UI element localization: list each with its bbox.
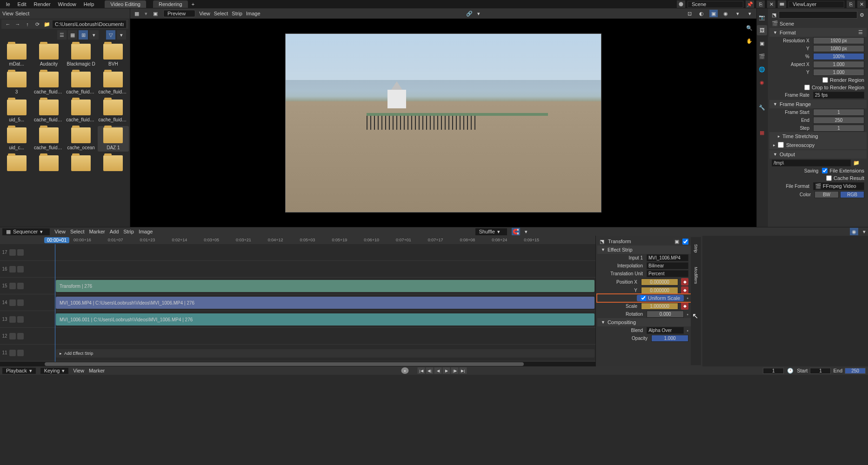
delete-icon[interactable]: ✕ (767, 0, 775, 8)
posy-value[interactable]: 0.000000 (641, 287, 678, 294)
tab-world-icon[interactable]: 🌐 (757, 64, 767, 74)
output-section-header[interactable]: ▼Output (769, 150, 867, 159)
transunit-value[interactable]: Percent (647, 270, 688, 277)
folder-item[interactable]: uid_5... (1, 98, 32, 124)
view-thumb-small-icon[interactable]: ▦ (68, 30, 77, 40)
path-input[interactable] (53, 20, 126, 28)
cache-check[interactable] (826, 175, 832, 181)
blend-value[interactable]: Alpha Over (647, 327, 684, 334)
keying-dropdown[interactable]: Keying ▾ (40, 368, 69, 374)
video-strip[interactable]: MVI_1006.MP4 | C:\Users\Loobrush\Videos\… (56, 297, 594, 309)
bottom-marker-menu[interactable]: Marker (89, 368, 105, 373)
framestart-value[interactable]: 1 (813, 109, 864, 116)
scene-icon[interactable] (677, 0, 685, 8)
nav-up-icon[interactable]: ↑ (23, 20, 32, 28)
preview-strip-menu[interactable]: Strip (232, 11, 242, 16)
track-mute-icon[interactable] (9, 283, 16, 289)
folder-item[interactable]: cache_fluid_2... (66, 98, 97, 124)
fb-select-menu[interactable]: Select (15, 11, 30, 16)
posy-keyframe-button[interactable] (681, 286, 688, 294)
seq-select-menu[interactable]: Select (70, 229, 85, 234)
clock-icon[interactable]: 🕐 (786, 367, 795, 374)
sequencer-type-dropdown[interactable]: ▦ Sequencer ▾ (2, 228, 50, 235)
track-lock-icon[interactable] (17, 316, 24, 323)
viewlayer-delete-icon[interactable]: ✕ (857, 0, 866, 8)
res-x-value[interactable]: 1920 px (813, 37, 864, 44)
viewlayer-icon[interactable] (778, 0, 786, 8)
preview-view-menu[interactable]: View (199, 11, 210, 16)
display-icon[interactable]: ▣ (709, 10, 718, 17)
timestretch-header[interactable]: ▸Time Stretching (769, 132, 867, 140)
browse-folder-icon[interactable]: 📁 (852, 159, 861, 166)
track-mute-icon[interactable] (9, 350, 16, 356)
folder-item[interactable]: Audacity (33, 42, 64, 68)
res-y-value[interactable]: 1080 px (813, 45, 864, 52)
seq-add-menu[interactable]: Add (110, 229, 119, 234)
folder-item[interactable]: cache_fluid_3... (33, 70, 64, 96)
effect-strip-header[interactable]: ▼Effect Strip (597, 246, 691, 254)
menu-render[interactable]: Render (30, 0, 54, 8)
folder-item[interactable]: Blackmagic D (66, 42, 97, 68)
tab-object-icon[interactable]: ◉ (757, 77, 767, 87)
folder-item[interactable]: cache_fluid_a... (98, 98, 129, 124)
modifiers-tab[interactable]: Modifiers (694, 267, 698, 284)
fileext-check[interactable] (822, 168, 828, 173)
pct-value[interactable]: 100% (813, 53, 864, 60)
track-lock-icon[interactable] (17, 249, 24, 256)
track-lock-icon[interactable] (17, 266, 24, 272)
track-mute-icon[interactable] (9, 249, 16, 256)
posx-keyframe-button[interactable] (681, 278, 688, 286)
current-frame-input[interactable] (763, 368, 784, 374)
gizmo-icon[interactable]: ⊡ (685, 10, 694, 17)
transform-strip[interactable]: Transform | 276 (56, 280, 594, 292)
preview-type-dropdown[interactable]: Preview (163, 10, 195, 17)
prev-key-button[interactable]: ◀| (426, 367, 434, 374)
track-mute-icon[interactable] (9, 299, 16, 306)
bw-button[interactable]: BW (815, 191, 839, 198)
scale-value[interactable]: 1.000000 (641, 303, 678, 310)
editor-type-icon[interactable]: ▦ (133, 10, 141, 17)
timeline-tracks[interactable]: 17 16 15 Transform | 276 14 MVI_1006.MP4… (0, 244, 595, 362)
preview-select-menu[interactable]: Select (214, 11, 228, 16)
output-path[interactable]: /tmp\ (772, 159, 851, 166)
nav-fwd-icon[interactable]: → (13, 20, 22, 28)
folder-item-selected[interactable]: DAZ 1 (98, 126, 129, 152)
folder-item[interactable] (98, 154, 129, 173)
folder-item[interactable]: cache_ocean (66, 126, 97, 152)
strip-type-icon[interactable]: ▣ (673, 238, 681, 245)
scene-name-input[interactable] (688, 1, 743, 8)
nav-folder-icon[interactable]: 📁 (43, 20, 51, 28)
compositing-header[interactable]: ▼Compositing (597, 318, 691, 326)
settings-icon[interactable]: ▾ (746, 10, 754, 17)
viewlayer-copy-icon[interactable]: ⎘ (847, 0, 855, 8)
view-thumb-icon[interactable]: ⊞ (79, 30, 88, 40)
track-lock-icon[interactable] (17, 299, 24, 306)
posx-value[interactable]: 0.000000 (641, 279, 678, 286)
aspect-y-value[interactable]: 1.000 (813, 69, 864, 76)
end-frame-input[interactable] (845, 368, 866, 374)
nav-refresh-icon[interactable]: ⟳ (33, 20, 41, 28)
tab-rendering[interactable]: Rendering (153, 0, 188, 8)
tab-scene-icon[interactable]: 🎬 (757, 51, 767, 61)
folder-item[interactable]: cache_fluid_8... (33, 98, 64, 124)
framerate-value[interactable]: 25 fps (813, 92, 864, 99)
tab-modifier-icon[interactable]: 🔧 (757, 102, 767, 113)
track-mute-icon[interactable] (9, 266, 16, 272)
audio-strip[interactable]: MVI_1006.001 | C:\Users\Loobrush\Videos\… (56, 313, 594, 326)
overlap-dropdown[interactable]: Shuffle ▾ (475, 228, 507, 235)
aspect-x-value[interactable]: 1.000 (813, 61, 864, 68)
jump-end-button[interactable]: ▶| (460, 367, 467, 374)
pin-icon[interactable]: 📌 (746, 0, 754, 8)
preview-viewport[interactable]: 🔍 ✋ (130, 19, 756, 227)
tab-texture-icon[interactable]: ▦ (757, 127, 767, 138)
zoom-icon[interactable]: 🔍 (745, 23, 754, 33)
folder-item[interactable]: 3 (1, 70, 32, 96)
menu-window[interactable]: Window (54, 0, 80, 8)
link-icon[interactable]: 🔗 (465, 10, 474, 17)
seq-marker-menu[interactable]: Marker (89, 229, 105, 234)
rotation-value[interactable]: 0.000 (647, 311, 684, 318)
filter-icon[interactable]: ▽ (106, 30, 115, 40)
play-button[interactable]: ▶ (443, 367, 450, 374)
next-key-button[interactable]: |▶ (451, 367, 459, 374)
interp-value[interactable]: Bilinear (647, 262, 688, 269)
